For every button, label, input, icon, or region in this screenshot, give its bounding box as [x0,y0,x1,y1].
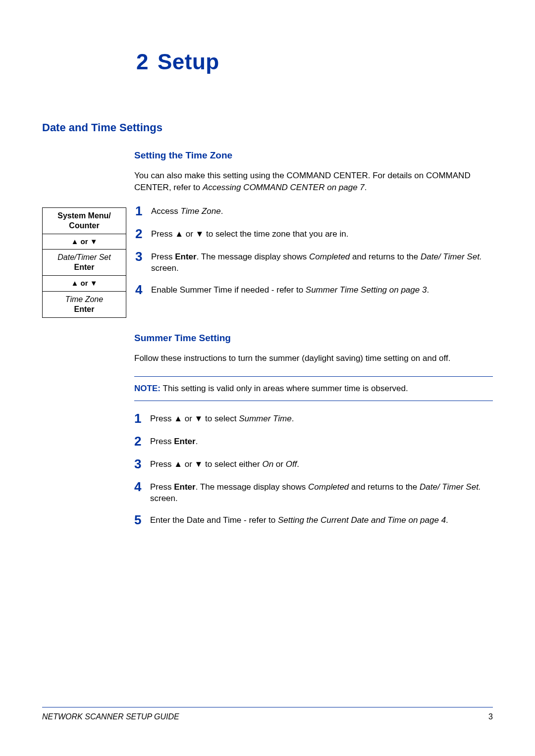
step-text: Press Enter. The message display shows C… [150,481,493,505]
step-text: Access Time Zone. [151,205,493,217]
step-text: Press ▲ or ▼ to select the time zone tha… [151,228,493,240]
step-text: Press Enter. [150,436,493,448]
menu-row3a: Date/Timer Set [57,253,110,261]
step-number: 2 [134,435,150,448]
intro-summer-time: Follow these instructions to turn the su… [134,353,493,364]
step: 5 Enter the Date and Time - refer to Set… [134,514,493,527]
menu-row3b: Enter [74,263,95,271]
subheading-time-zone: Setting the Time Zone [134,150,493,161]
steps-summer-time: 1 Press ▲ or ▼ to select Summer Time. 2 … [134,413,493,528]
menu-row1b: Counter [69,221,99,230]
step: 3 Press Enter. The message display shows… [135,251,493,275]
menu-row2: ▲ or ▼ [43,234,126,250]
section-heading-date-time: Date and Time Settings [42,121,493,134]
intro-link-ref: Accessing COMMAND CENTER on page 7 [203,183,365,192]
menu-navigation-box: System Menu/ Counter ▲ or ▼ Date/Timer S… [42,207,126,318]
menu-row5a: Time Zone [65,295,103,303]
step: 3 Press ▲ or ▼ to select either On or Of… [134,458,493,471]
intro-text-b: . [365,183,367,192]
chapter-title: Setup [158,50,219,74]
intro-time-zone: You can also make this setting using the… [134,170,493,194]
subheading-summer-time: Summer Time Setting [134,333,493,344]
step-number: 1 [135,204,151,217]
chapter-heading: 2Setup [136,50,493,74]
step-number: 2 [135,227,151,240]
step-number: 4 [135,283,151,296]
note-block: NOTE: This setting is valid only in area… [134,376,493,401]
step-number: 5 [134,513,150,526]
step-text: Press ▲ or ▼ to select either On or Off. [150,458,493,470]
menu-row4: ▲ or ▼ [43,275,126,291]
step: 2 Press Enter. [134,436,493,449]
menu-row5b: Enter [74,305,95,313]
step-text: Press Enter. The message display shows C… [151,251,493,275]
page-footer: NETWORK SCANNER SETUP GUIDE 3 [42,707,493,721]
step: 4 Enable Summer Time if needed - refer t… [135,284,493,297]
menu-row1a: System Menu/ [57,211,111,220]
step-text: Enable Summer Time if needed - refer to … [151,284,493,296]
step: 1 Access Time Zone. [135,205,493,218]
chapter-number: 2 [136,50,149,74]
step: 4 Press Enter. The message display shows… [134,481,493,505]
step-number: 3 [134,457,150,470]
footer-page-number: 3 [488,712,493,721]
footer-guide-title: NETWORK SCANNER SETUP GUIDE [42,712,179,721]
note-text: This setting is valid only in areas wher… [163,384,408,393]
step-text: Press ▲ or ▼ to select Summer Time. [150,413,493,425]
step: 1 Press ▲ or ▼ to select Summer Time. [134,413,493,426]
steps-time-zone: 1 Access Time Zone. 2 Press ▲ or ▼ to se… [135,205,493,307]
step: 2 Press ▲ or ▼ to select the time zone t… [135,228,493,241]
step-text: Enter the Date and Time - refer to Setti… [150,514,493,526]
note-label: NOTE: [134,384,163,393]
step-number: 4 [134,480,150,493]
step-number: 3 [135,250,151,263]
step-number: 1 [134,412,150,425]
